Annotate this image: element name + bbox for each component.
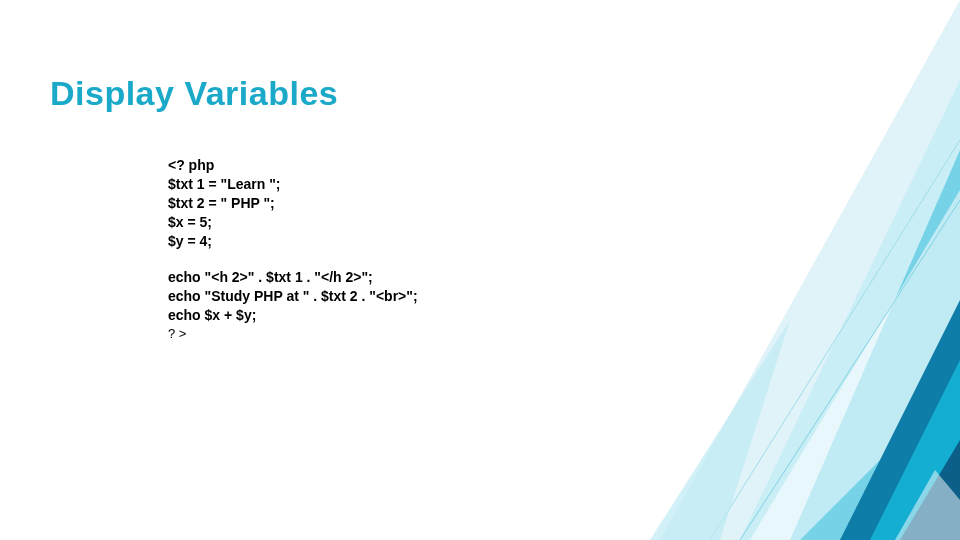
svg-marker-1	[740, 80, 960, 540]
svg-marker-7	[870, 360, 960, 540]
svg-marker-8	[900, 440, 960, 540]
page-title: Display Variables	[50, 74, 338, 113]
code-line: $txt 1 = "Learn ";	[168, 175, 728, 194]
svg-marker-9	[895, 470, 960, 540]
code-line: echo "<h 2>" . $txt 1 . "</h 2>";	[168, 268, 728, 287]
svg-marker-10	[650, 320, 790, 540]
blank-line	[168, 250, 728, 268]
svg-line-5	[740, 200, 960, 540]
code-line: $y = 4;	[168, 232, 728, 251]
svg-marker-2	[790, 150, 960, 540]
code-line: ? >	[168, 325, 728, 343]
code-line: $x = 5;	[168, 213, 728, 232]
svg-line-4	[710, 140, 960, 540]
code-line: $txt 2 = " PHP ";	[168, 194, 728, 213]
svg-marker-6	[840, 300, 960, 540]
svg-marker-3	[750, 190, 960, 540]
code-block: <? php $txt 1 = "Learn "; $txt 2 = " PHP…	[168, 156, 728, 343]
code-line: echo "Study PHP at " . $txt 2 . "<br>";	[168, 287, 728, 306]
code-line: <? php	[168, 156, 728, 175]
slide: Display Variables <? php $txt 1 = "Learn…	[0, 0, 960, 540]
code-line: echo $x + $y;	[168, 306, 728, 325]
